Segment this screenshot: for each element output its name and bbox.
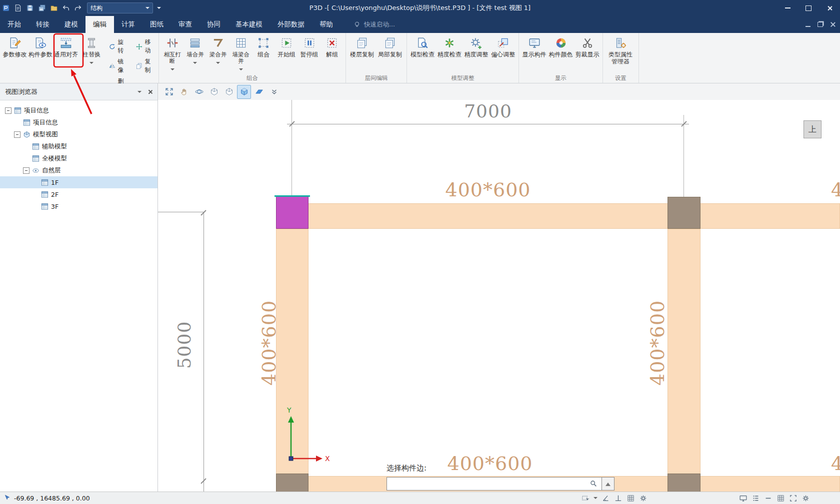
clip-display-button[interactable]: 剪裁显示 (574, 33, 600, 58)
pause-group-button[interactable]: 暂停组 (298, 33, 321, 58)
mutual-break-button[interactable]: 相互打断 (161, 33, 184, 72)
redo-icon[interactable] (72, 2, 84, 13)
tab-edit[interactable]: 编辑 (86, 16, 114, 33)
copy-button[interactable]: 复制 (136, 57, 156, 74)
tab-help[interactable]: 帮助 (312, 16, 340, 33)
display-settings-icon[interactable] (802, 494, 810, 503)
maximize-button[interactable] (798, 0, 819, 16)
doc-minimize-button[interactable] (806, 26, 810, 27)
axis-x-label: X (325, 455, 330, 463)
move-button[interactable]: 移动 (136, 38, 156, 55)
tab-modeling[interactable]: 建模 (57, 16, 86, 33)
column-bottom-right[interactable] (668, 474, 700, 492)
tab-transfer[interactable]: 转接 (28, 16, 57, 33)
tab-calc[interactable]: 计算 (114, 16, 142, 33)
doc-restore-button[interactable] (818, 22, 823, 27)
angle-snap-icon[interactable] (602, 494, 610, 503)
tab-collaborate[interactable]: 协同 (200, 16, 228, 33)
zoom-extents-icon[interactable] (162, 85, 176, 99)
column-replace-button[interactable]: 柱替换 (78, 33, 104, 66)
view-plane-icon[interactable] (252, 85, 266, 99)
ungroup-button[interactable]: 解组 (320, 33, 344, 58)
zoom-out-icon[interactable] (764, 494, 772, 503)
view-iso-icon[interactable] (207, 85, 221, 99)
universal-align-button[interactable]: 通用对齐 (53, 33, 78, 58)
tree-item-project-root[interactable]: 项目信息 (0, 104, 158, 116)
start-group-button[interactable]: 开始组 (275, 33, 298, 58)
quick-toolbar-options-icon[interactable] (154, 2, 164, 13)
column-selected[interactable] (276, 196, 308, 229)
close-button[interactable] (819, 0, 840, 16)
type-property-manager-button[interactable]: 类型属性 管理器 (605, 33, 636, 65)
tree-item-whole-model[interactable]: 全楼模型 (0, 152, 158, 164)
member-param-button[interactable]: 构件参数 (28, 33, 53, 58)
save-icon[interactable] (24, 2, 36, 13)
discipline-combo[interactable]: 结构 (87, 2, 153, 13)
monitor-view-icon[interactable] (739, 494, 748, 503)
tab-drawings[interactable]: 图纸 (142, 16, 171, 33)
show-member-button[interactable]: 显示构件 (521, 33, 548, 58)
member-color-button[interactable]: 构件颜色 (548, 33, 574, 58)
tree-item-project-info[interactable]: 项目信息 (0, 116, 158, 128)
command-input[interactable] (386, 477, 602, 491)
tab-review[interactable]: 审查 (171, 16, 200, 33)
offset-adjust-button[interactable]: 偏心调整 (490, 33, 516, 58)
collapse-icon[interactable] (14, 131, 20, 138)
tree-item-floor-3f[interactable]: 3F (0, 200, 158, 212)
copy-icon (136, 62, 143, 70)
selection-mode-icon[interactable] (581, 494, 590, 503)
param-modify-button[interactable]: 参数修改 (2, 33, 28, 58)
fullscreen-icon[interactable] (789, 494, 798, 503)
osnap-settings-icon[interactable] (639, 494, 648, 503)
beam-top[interactable] (276, 203, 840, 229)
grid-toggle-icon[interactable] (776, 494, 785, 503)
column-bottom-left[interactable] (276, 474, 308, 492)
precision-check-button[interactable]: 精度检查 (436, 33, 463, 58)
panel-close-icon[interactable] (148, 89, 152, 94)
minimize-button[interactable] (777, 0, 798, 16)
beam-merge-button[interactable]: 梁合并 (206, 33, 230, 66)
command-history-button[interactable] (602, 477, 614, 491)
ribbon-tab-bar: 开始 转接 建模 编辑 计算 图纸 审查 协同 基本建模 外部数据 帮助 快速启… (0, 16, 840, 33)
orbit-icon[interactable] (192, 85, 206, 99)
tree-item-floor-1f[interactable]: 1F (0, 176, 158, 188)
toolbar-expand-icon[interactable] (267, 85, 281, 99)
precision-adjust-button[interactable]: 精度调整 (463, 33, 490, 58)
grid-snap-icon[interactable] (626, 494, 635, 503)
rotate-button[interactable]: 旋转 (108, 38, 130, 55)
wall-merge-button[interactable]: 墙合并 (184, 33, 207, 66)
group-button[interactable]: 组合 (252, 33, 276, 58)
tab-basic-modeling[interactable]: 基本建模 (228, 16, 270, 33)
floor-copy-button[interactable]: 楼层复制 (348, 33, 376, 58)
tree-item-natural-floor[interactable]: 自然层 (0, 164, 158, 176)
undo-icon[interactable] (60, 2, 72, 13)
column-top-right[interactable] (668, 197, 700, 229)
tree-item-aux-model[interactable]: 辅助模型 (0, 140, 158, 152)
view-3d-icon[interactable] (222, 85, 236, 99)
save-all-icon[interactable] (36, 2, 48, 13)
tree-item-floor-2f[interactable]: 2F (0, 188, 158, 200)
view-shaded-icon[interactable] (237, 85, 251, 99)
doc-close-button[interactable] (830, 21, 836, 27)
model-check-button[interactable]: 模型检查 (409, 33, 436, 58)
panel-menu-icon[interactable] (138, 91, 142, 95)
chevron-down-icon[interactable] (594, 497, 598, 501)
perpendicular-snap-icon[interactable] (614, 494, 622, 503)
list-view-icon[interactable] (752, 494, 760, 503)
quick-launch-search[interactable]: 快速启动... (354, 16, 395, 33)
compass-north-box[interactable]: 上 (804, 120, 822, 138)
tab-start[interactable]: 开始 (0, 16, 28, 33)
cursor-icon (4, 495, 11, 502)
wall-beam-merge-button[interactable]: 墙梁合并 (230, 33, 252, 72)
open-file-icon[interactable] (48, 2, 60, 13)
beam-right[interactable] (668, 229, 700, 476)
mirror-button[interactable]: 镜像 (108, 57, 130, 74)
new-file-icon[interactable] (12, 2, 24, 13)
drawing-canvas[interactable]: 7000 5000 400*600 400*600 400*600 400*60… (158, 100, 840, 492)
tab-external-data[interactable]: 外部数据 (270, 16, 312, 33)
partial-copy-button[interactable]: 局部复制 (376, 33, 404, 58)
collapse-icon[interactable] (5, 107, 12, 114)
tree-item-model-view[interactable]: 模型视图 (0, 128, 158, 140)
pan-icon[interactable] (177, 85, 191, 99)
collapse-icon[interactable] (23, 167, 30, 174)
